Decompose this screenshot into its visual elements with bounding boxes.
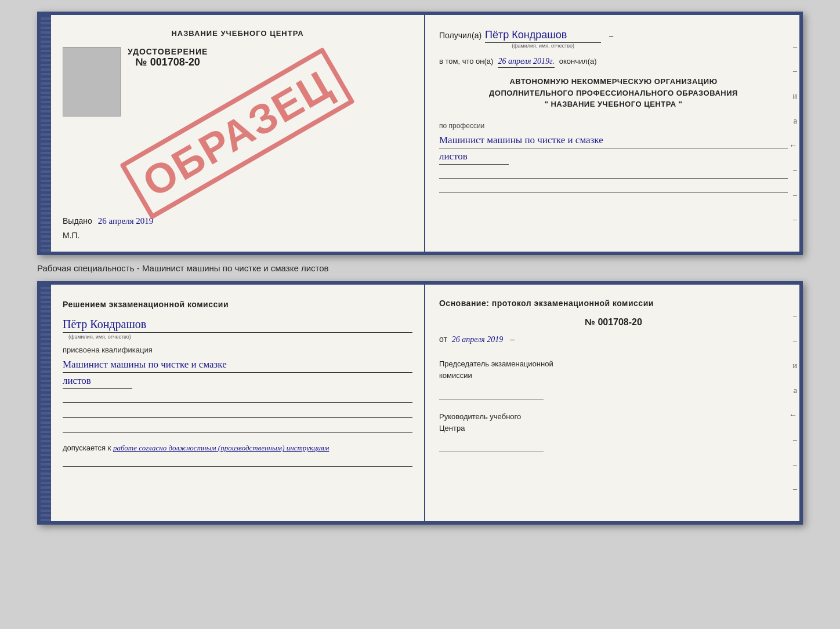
dash1: – (609, 31, 613, 40)
chairman-sign-line (439, 383, 544, 399)
kvali-line2: листов (63, 373, 132, 389)
finished-label: окончил(а) (559, 57, 597, 66)
person-block: Пётр Кондрашов (фамилия, имя, отчество) (63, 318, 412, 340)
org-line3: " НАЗВАНИЕ УЧЕБНОГО ЦЕНТРА " (439, 99, 788, 110)
cert-number-top: № 001708-20 (128, 56, 208, 68)
bl-empty-4 (63, 454, 412, 467)
person-name: Пётр Кондрашов (63, 318, 412, 333)
person-sublabel: (фамилия, имя, отчество) (68, 334, 412, 340)
osnov-header: Основание: протокол экзаменационной коми… (439, 299, 788, 308)
right-decorative-lines: – – и а ← – – – (783, 15, 799, 252)
br-deco-arrow: ← (785, 410, 797, 420)
top-left-header: НАЗВАНИЕ УЧЕБНОГО ЦЕНТРА (63, 29, 412, 38)
number-label: № 001708-20 (439, 317, 788, 328)
br-deco-a: а (785, 386, 797, 395)
date-from-block: от 26 апреля 2019 – (439, 335, 788, 344)
bottom-right-page: Основание: протокол экзаменационной коми… (425, 285, 799, 521)
date-dash: – (510, 335, 515, 344)
issued-block: Выдано 26 апреля 2019 (63, 216, 412, 226)
rukiv-block: Руководитель учебного Центра (439, 411, 788, 457)
profession-block: по профессии Машинист машины по чистке и… (439, 122, 788, 194)
empty-underline-2 (439, 180, 788, 192)
rukiv-label2: Центра (439, 423, 788, 434)
deco-dash-1: – (785, 42, 797, 52)
date-line: в том, что он(а) 26 апреля 2019г. окончи… (439, 57, 788, 68)
completion-date: 26 апреля 2019г. (498, 57, 554, 68)
br-deco-i: и (785, 361, 797, 370)
bl-empty-3 (63, 420, 412, 433)
kvali-line1: Машинист машины по чистке и смазке (63, 357, 412, 373)
org-block: АВТОНОМНУЮ НЕКОММЕРЧЕСКУЮ ОРГАНИЗАЦИЮ ДО… (439, 76, 788, 110)
book-spine-bottom (41, 285, 51, 521)
top-certificate-book: НАЗВАНИЕ УЧЕБНОГО ЦЕНТРА УДОСТОВЕРЕНИЕ №… (37, 12, 803, 255)
bottom-certificate-book: Решением экзаменационной комиссии Пётр К… (37, 281, 803, 525)
num-block: № 001708-20 (439, 317, 788, 328)
left-content-row: УДОСТОВЕРЕНИЕ № 001708-20 (63, 47, 412, 123)
br-deco-3: – (785, 435, 797, 445)
issued-label: Выдано (63, 216, 92, 226)
deco-i: и (785, 92, 797, 101)
br-deco-5: – (785, 485, 797, 494)
profession-line1: Машинист машины по чистке и смазке (439, 132, 788, 148)
org-line2: ДОПОЛНИТЕЛЬНОГО ПРОФЕССИОНАЛЬНОГО ОБРАЗО… (439, 88, 788, 99)
date-prefix: в том, что он(а) (439, 57, 493, 66)
recipient-sublabel: (фамилия, имя, отчество) (512, 43, 574, 49)
kvali-label: присвоена квалификация (63, 346, 412, 354)
cert-label: УДОСТОВЕРЕНИЕ (128, 47, 208, 56)
dopusk-label: допускается к работе согласно должностны… (63, 443, 412, 453)
recipient-line: Получил(а) Пётр Кондрашов (фамилия, имя,… (439, 29, 788, 49)
book-spine-top (41, 15, 51, 252)
cert-id-block: УДОСТОВЕРЕНИЕ № 001708-20 (128, 47, 208, 118)
org-line1: АВТОНОМНУЮ НЕКОММЕРЧЕСКУЮ ОРГАНИЗАЦИЮ (439, 76, 788, 88)
rukiv-label1: Руководитель учебного (439, 411, 788, 423)
profession-label: по профессии (439, 122, 788, 130)
br-deco-1: – (785, 312, 797, 321)
deco-arrow: ← (785, 141, 797, 150)
br-deco-2: – (785, 336, 797, 346)
issued-date: 26 апреля 2019 (98, 216, 154, 226)
document-wrapper: НАЗВАНИЕ УЧЕБНОГО ЦЕНТРА УДОСТОВЕРЕНИЕ №… (37, 12, 803, 525)
recipient-name: Пётр Кондрашов (485, 29, 601, 43)
chairman-block: Председатель экзаменационной комиссии (439, 358, 788, 404)
right-page-top: Получил(а) Пётр Кондрашов (фамилия, имя,… (425, 15, 799, 252)
bl-empty-1 (63, 390, 412, 403)
br-deco-4: – (785, 460, 797, 470)
empty-underline-1 (439, 166, 788, 179)
mp-label: М.П. (63, 231, 412, 240)
deco-dash-2: – (785, 67, 797, 76)
chairman-label1: Председатель экзаменационной (439, 358, 788, 370)
photo-placeholder (63, 47, 121, 117)
bottom-right-deco: – – и а ← – – – (783, 285, 799, 521)
deco-a: а (785, 117, 797, 126)
date-from-prefix: от (439, 335, 447, 344)
profession-line2: листов (439, 148, 509, 165)
specialty-label: Рабочая специальность - Машинист машины … (37, 261, 329, 275)
bottom-left-page: Решением экзаменационной комиссии Пётр К… (51, 285, 425, 521)
rukiv-sign-line (439, 436, 544, 452)
date-from-value: 26 апреля 2019 (452, 335, 503, 344)
deco-dash-5: – (785, 215, 797, 224)
chairman-label2: комиссии (439, 370, 788, 381)
left-page-top: НАЗВАНИЕ УЧЕБНОГО ЦЕНТРА УДОСТОВЕРЕНИЕ №… (51, 15, 425, 252)
deco-dash-3: – (785, 166, 797, 175)
komissia-header: Решением экзаменационной комиссии (63, 299, 412, 311)
dopusk-italic: работе согласно должностным (производств… (113, 443, 329, 452)
bl-empty-2 (63, 405, 412, 418)
dopusk-text: допускается к (63, 443, 111, 452)
deco-dash-4: – (785, 191, 797, 200)
received-label: Получил(а) (439, 31, 481, 40)
